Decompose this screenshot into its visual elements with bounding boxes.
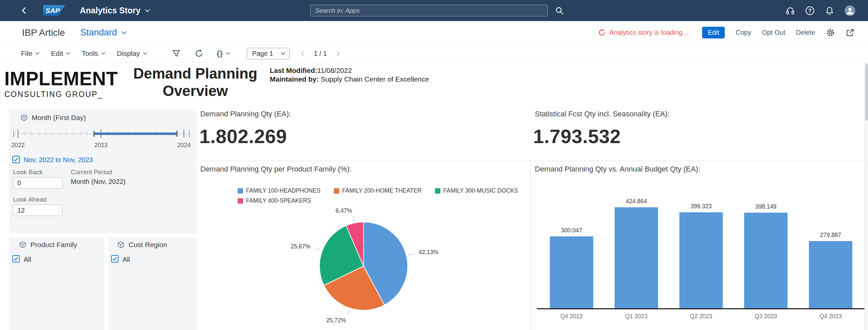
legend-swatch xyxy=(435,188,440,194)
company-logo-line1: IMPLEMENT xyxy=(4,69,118,89)
last-modified-label: Last Modified: xyxy=(270,66,317,74)
delete-button[interactable]: Delete xyxy=(796,29,815,36)
slider-axis-label: 2022 xyxy=(11,142,25,148)
scrollbar-thumb[interactable] xyxy=(865,64,868,121)
filter-button[interactable] xyxy=(172,49,181,58)
legend-swatch xyxy=(238,198,243,203)
help-icon: ? xyxy=(805,6,814,16)
script-menu[interactable]: {} xyxy=(217,49,230,58)
bar-rect[interactable] xyxy=(550,237,593,308)
range-label[interactable]: Nov, 2022 to Nov, 2023 xyxy=(24,156,93,164)
slider-selected-range[interactable] xyxy=(94,133,177,135)
refresh-button[interactable] xyxy=(195,49,203,58)
pie-leader-line xyxy=(348,309,350,315)
month-filter-panel: Month (First Day) 202220232024 Nov, 2022… xyxy=(9,109,197,233)
month-filter-header: Month (First Day) xyxy=(20,114,86,122)
menu-file-label: File xyxy=(21,50,32,57)
check-icon xyxy=(113,257,117,261)
previous-page-button[interactable] xyxy=(300,51,306,57)
range-checkbox[interactable] xyxy=(12,156,20,163)
bar-Q2 2023[interactable]: 399.323 xyxy=(669,198,734,308)
look-ahead-input[interactable] xyxy=(13,204,62,216)
gear-icon xyxy=(826,28,835,37)
bar-value-label: 398.149 xyxy=(755,203,776,210)
check-icon xyxy=(14,257,18,261)
next-page-button[interactable] xyxy=(335,51,341,57)
notifications-button[interactable] xyxy=(825,6,834,16)
bar-chart-title: Demand Planning Qty vs. Annual Budget Qt… xyxy=(535,165,700,173)
vertical-scrollbar[interactable] xyxy=(864,63,868,330)
sap-logo[interactable]: SAP xyxy=(43,5,65,16)
bar-Q4 2022[interactable]: 300.047 xyxy=(539,198,604,308)
legend-item[interactable]: FAMILY 200-HOME THEATER xyxy=(334,187,422,194)
page-selector-value: Page 1 xyxy=(252,50,273,57)
open-in-new-button[interactable] xyxy=(846,28,855,37)
time-range-slider[interactable]: 202220232024 xyxy=(11,128,194,150)
menu-edit[interactable]: Edit xyxy=(51,50,70,57)
kpi-statistical-fcst-value: 1.793.532 xyxy=(533,125,621,147)
legend-item[interactable]: FAMILY 300-MUSIC DOCKS xyxy=(435,187,518,194)
search-input[interactable] xyxy=(310,5,548,17)
bar-Q4 2023[interactable]: 279.887 xyxy=(798,198,863,308)
cust-region-all-checkbox[interactable] xyxy=(111,255,119,263)
shell-search xyxy=(310,5,564,17)
chevron-down-icon xyxy=(66,52,70,55)
back-button[interactable] xyxy=(20,7,28,15)
horizontal-divider xyxy=(198,161,865,161)
chevron-down-icon xyxy=(101,52,105,55)
opt-out-button[interactable]: Opt Out xyxy=(762,29,785,36)
last-modified-value: 11/08/2022 xyxy=(317,66,352,74)
bar-Q3 2023[interactable]: 398.149 xyxy=(734,198,798,308)
product-family-all-checkbox[interactable] xyxy=(12,255,20,263)
bar-category-label: Q4 2022 xyxy=(539,313,604,320)
page-indicator: 1 / 1 xyxy=(314,50,327,57)
product-family-all-label: All xyxy=(24,256,31,264)
page-selector[interactable]: Page 1 xyxy=(247,48,289,59)
look-back-input[interactable] xyxy=(13,177,62,189)
loading-status: Analytics story is loading... xyxy=(598,29,688,36)
cust-region-all-label: All xyxy=(123,256,130,264)
menu-tools[interactable]: Tools xyxy=(82,50,105,57)
story-title: Demand Planning Overview xyxy=(112,65,279,100)
dimension-cube-icon xyxy=(20,114,28,121)
bar-value-label: 424.864 xyxy=(626,198,647,205)
chevron-left-icon xyxy=(300,51,306,57)
pie-chart[interactable]: 42,13%25,72%25,67%6,47% xyxy=(274,205,454,330)
bar-rect[interactable] xyxy=(809,241,852,308)
edit-button[interactable]: Edit xyxy=(702,27,725,38)
chevron-down-icon xyxy=(121,31,127,34)
menu-display[interactable]: Display xyxy=(117,50,147,57)
search-button[interactable] xyxy=(555,6,564,15)
slider-end-handle[interactable] xyxy=(176,131,178,137)
kpi-statistical-fcst-label: Statistical Fcst Qty incl. Seasonality (… xyxy=(535,110,669,118)
chevron-down-icon xyxy=(35,52,40,55)
bar-rect[interactable] xyxy=(679,212,723,308)
legend-item[interactable]: FAMILY 100-HEADPHONES xyxy=(238,187,320,194)
assistant-button[interactable] xyxy=(785,6,795,16)
legend-item[interactable]: FAMILY 400-SPEAKERS xyxy=(238,197,311,204)
app-title-menu[interactable]: Analytics Story xyxy=(80,6,150,16)
product-family-header: Product Family xyxy=(19,241,77,249)
settings-button[interactable] xyxy=(826,28,835,37)
variant-selector[interactable]: Standard xyxy=(81,27,127,38)
slider-start-handle[interactable] xyxy=(93,131,95,137)
bar-rect[interactable] xyxy=(615,207,658,308)
help-button[interactable]: ? xyxy=(805,6,814,16)
profile-button[interactable] xyxy=(845,5,855,16)
company-logo-line2: CONSULTING GROUP_ xyxy=(4,90,118,99)
vertical-divider xyxy=(530,161,531,330)
bar-rect[interactable] xyxy=(744,213,787,308)
current-period-value: Month (Nov, 2022) xyxy=(71,178,126,186)
bar-Q1 2023[interactable]: 424.864 xyxy=(604,198,669,308)
pie-leader-line xyxy=(315,248,321,250)
shell-actions: ? xyxy=(785,0,855,21)
shell-left: SAP Analytics Story xyxy=(0,5,150,16)
story-meta: Last Modified:11/08/2022 Maintained by: … xyxy=(270,66,429,84)
legend-label: FAMILY 300-MUSIC DOCKS xyxy=(443,187,518,194)
chevron-right-icon xyxy=(335,51,341,57)
chevron-down-icon xyxy=(281,52,285,55)
pie-value-label: 25,72% xyxy=(326,317,346,324)
bar-chart[interactable]: 300.047424.864399.323398.149279.887 xyxy=(539,198,863,308)
menu-file[interactable]: File xyxy=(21,50,40,57)
copy-button[interactable]: Copy xyxy=(736,29,751,36)
